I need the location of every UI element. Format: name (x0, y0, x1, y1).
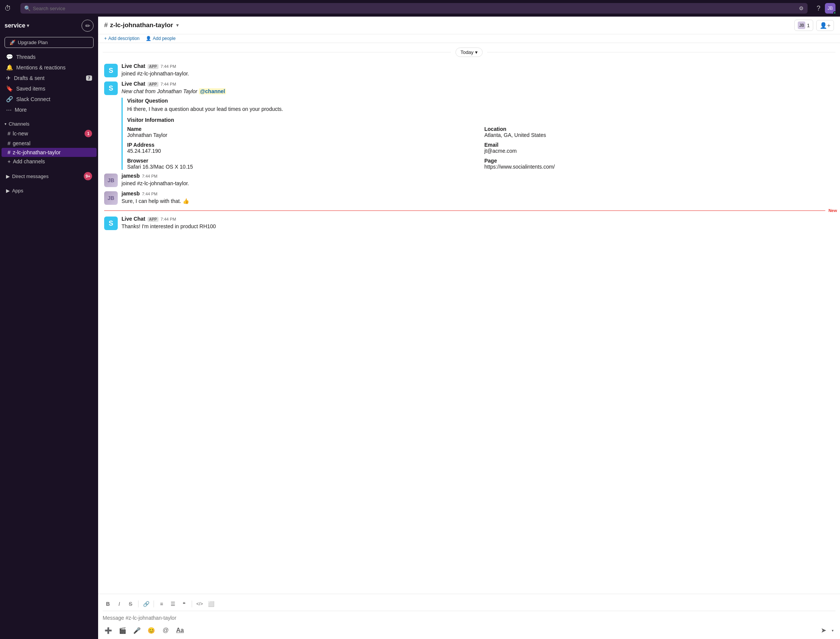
channel-header: # z-lc-johnathan-taylor ▾ JB 1 👤+ (98, 17, 840, 34)
code-block-button[interactable]: ⬜ (206, 599, 216, 609)
member-avatar: JB (798, 22, 805, 29)
channels-chevron-icon: ▾ (5, 122, 6, 126)
message-1-text: joined #z-lc-johnathan-taylor. (121, 70, 834, 78)
message-1-header: Live Chat APP 7:44 PM (121, 63, 834, 69)
sidebar-item-threads[interactable]: 💬 Threads (2, 52, 97, 62)
sidebar-item-slack-connect[interactable]: 🔗 Slack Connect (2, 94, 97, 105)
channel-item-general[interactable]: # general (2, 139, 97, 148)
add-channels-item[interactable]: + Add channels (2, 157, 97, 166)
message-4-content: jamesb 7:44 PM Sure, I can help with tha… (121, 191, 834, 205)
date-pill[interactable]: Today ▾ (455, 48, 483, 57)
message-2-header: Live Chat APP 7:44 PM (121, 81, 834, 87)
attach-button[interactable]: ➕ (103, 625, 114, 636)
message-5-time: 7:44 PM (161, 217, 176, 221)
audio-button[interactable]: 🎤 (131, 625, 143, 636)
new-label: New (825, 208, 840, 213)
unordered-list-button[interactable]: ☰ (167, 599, 178, 609)
message-2: S Live Chat APP 7:44 PM New chat from Jo… (98, 79, 840, 171)
jamesb-avatar-2: JB (104, 191, 118, 205)
message-3-time: 7:44 PM (142, 174, 158, 178)
message-1-content: Live Chat APP 7:44 PM joined #z-lc-johna… (121, 63, 834, 78)
new-message-divider: New (98, 207, 840, 214)
message-5-header: Live Chat APP 7:44 PM (121, 216, 834, 222)
message-1-app-badge: APP (148, 64, 159, 69)
search-bar[interactable]: 🔍 ⚙ (21, 3, 808, 14)
channels-section-header[interactable]: ▾ Channels (0, 119, 98, 128)
add-people-link[interactable]: 👤 Add people (146, 36, 176, 41)
message-2-author: Live Chat (121, 81, 145, 87)
workspace-name[interactable]: service ▾ (5, 22, 29, 29)
code-button[interactable]: </> (194, 599, 205, 609)
send-chevron-button[interactable]: ▾ (829, 625, 835, 636)
workspace-chevron-icon: ▾ (27, 23, 29, 28)
visitor-browser-field: Browser Safari 16.3/Mac OS X 10.15 (127, 158, 477, 170)
messages-area: Today ▾ S Live Chat APP 7:44 PM joined #… (98, 43, 840, 594)
strikethrough-button[interactable]: S (125, 599, 136, 609)
channel-header-actions: JB 1 👤+ (794, 20, 834, 31)
add-member-button[interactable]: 👤+ (816, 20, 834, 31)
apps-chevron-icon: ▶ (6, 188, 10, 194)
message-1: S Live Chat APP 7:44 PM joined #z-lc-joh… (98, 62, 840, 79)
sidebar-item-drafts[interactable]: ✈ Drafts & sent 7 (2, 73, 97, 83)
message-3-content: jamesb 7:44 PM joined #z-lc-johnathan-ta… (121, 173, 834, 188)
toolbar-separator-3 (192, 601, 192, 607)
visitor-name-field: Name Johnathan Taylor (127, 126, 477, 138)
topbar: ⏱ 🔍 ⚙ ? JB (0, 0, 840, 17)
link-button[interactable]: 🔗 (141, 599, 151, 609)
message-4-header: jamesb 7:44 PM (121, 191, 834, 197)
main-layout: service ▾ ✏ 🚀 Upgrade Plan 💬 Threads 🔔 M… (0, 17, 840, 639)
sidebar: service ▾ ✏ 🚀 Upgrade Plan 💬 Threads 🔔 M… (0, 17, 98, 639)
message-3-author: jamesb (121, 173, 140, 179)
visitor-question-text: Hi there, I have a question about your l… (127, 105, 834, 113)
sidebar-item-saved[interactable]: 🔖 Saved items (2, 83, 97, 94)
italic-button[interactable]: I (114, 599, 124, 609)
help-icon[interactable]: ? (817, 5, 820, 13)
sidebar-item-mentions[interactable]: 🔔 Mentions & reactions (2, 62, 97, 73)
filter-icon[interactable]: ⚙ (799, 5, 804, 11)
channel-item-lc-new[interactable]: # lc-new 1 (2, 128, 97, 139)
user-avatar[interactable]: JB (825, 3, 835, 14)
drafts-icon: ✈ (6, 75, 11, 81)
send-button[interactable]: ➤ (818, 625, 829, 636)
input-bottom-bar: ➕ 🎬 🎤 😊 @ Aa ➤ ▾ (103, 625, 835, 636)
members-button[interactable]: JB 1 (794, 20, 813, 31)
sidebar-item-more[interactable]: ⋯ More (2, 105, 97, 115)
plus-icon: + (104, 36, 107, 41)
emoji-button[interactable]: 😊 (146, 625, 157, 636)
livechat-avatar-2: S (104, 81, 118, 95)
ordered-list-button[interactable]: ≡ (156, 599, 167, 609)
sidebar-header: service ▾ ✏ (0, 17, 98, 35)
compose-button[interactable]: ✏ (81, 20, 94, 32)
channels-section: ▾ Channels # lc-new 1 # general # z-lc-j… (0, 119, 98, 166)
search-input[interactable] (33, 6, 796, 11)
drafts-badge: 7 (86, 75, 92, 81)
mention-button[interactable]: @ (160, 625, 171, 636)
visitor-card: Visitor Question Hi there, I have a ques… (121, 98, 834, 170)
date-divider: Today ▾ (98, 43, 840, 62)
dm-chevron-icon: ▶ (6, 173, 10, 179)
video-button[interactable]: 🎬 (117, 625, 128, 636)
visitor-info-grid: Name Johnathan Taylor Location Atlanta, … (127, 126, 834, 170)
visitor-location-field: Location Atlanta, GA, United States (485, 126, 834, 138)
format-button[interactable]: Aa (174, 625, 186, 636)
message-input[interactable] (103, 614, 835, 622)
history-icon[interactable]: ⏱ (5, 5, 11, 13)
send-button-group: ➤ ▾ (818, 625, 835, 636)
rocket-icon: 🚀 (10, 40, 16, 45)
upgrade-plan-button[interactable]: 🚀 Upgrade Plan (5, 37, 94, 48)
channel-item-z-lc-johnathan-taylor[interactable]: # z-lc-johnathan-taylor (2, 148, 97, 157)
add-description-link[interactable]: + Add description (104, 36, 140, 41)
add-icon: + (8, 159, 11, 164)
channel-hash: # (104, 22, 108, 29)
direct-messages-header[interactable]: ▶ Direct messages 9+ (2, 170, 97, 182)
message-2-content: Live Chat APP 7:44 PM New chat from John… (121, 81, 834, 170)
bold-button[interactable]: B (103, 599, 113, 609)
date-chevron-icon: ▾ (475, 49, 478, 55)
apps-header[interactable]: ▶ Apps (2, 186, 97, 195)
channel-title[interactable]: # z-lc-johnathan-taylor ▾ (104, 22, 178, 29)
message-3-text: joined #z-lc-johnathan-taylor. (121, 180, 834, 188)
add-person-icon: 👤+ (819, 22, 830, 29)
visitor-section-title: Visitor Information (127, 117, 834, 123)
quote-button[interactable]: ❝ (179, 599, 189, 609)
visitor-email-field: Email jt@acme.com (485, 142, 834, 154)
